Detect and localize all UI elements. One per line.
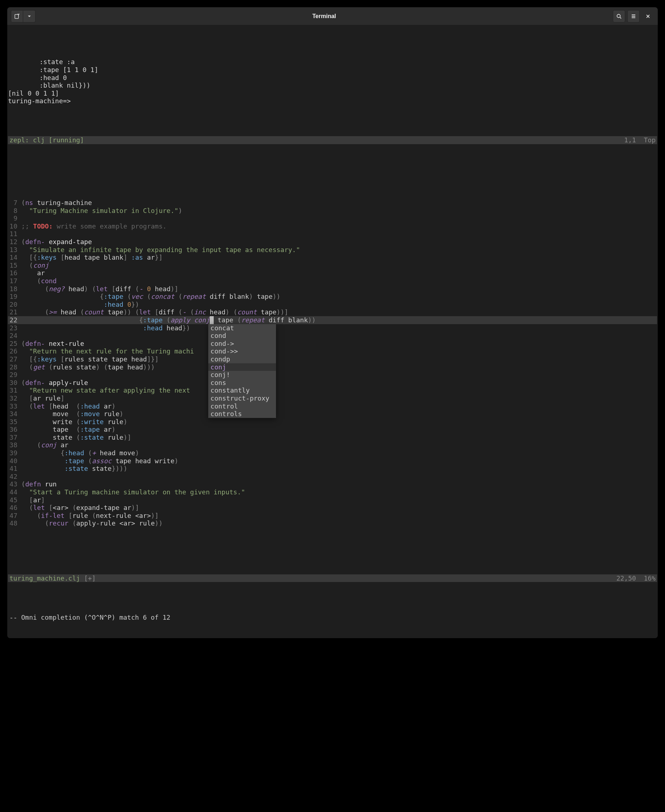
- code-line[interactable]: 14 [{:keys [head tape blank] :as ar}]: [8, 254, 657, 262]
- code-line[interactable]: 29: [8, 371, 657, 379]
- repl-statusbar: zepl: clj [running] 1,1 Top: [8, 136, 657, 144]
- code-line[interactable]: 16 ar: [8, 269, 657, 277]
- completion-item[interactable]: controls: [208, 410, 276, 418]
- completion-item[interactable]: construct-proxy: [208, 395, 276, 403]
- code-line[interactable]: 39 {:head (+ head move): [8, 449, 657, 457]
- code-line[interactable]: 31 "Return new state after applying the …: [8, 386, 657, 395]
- code-line[interactable]: 37 state (:state rule)]: [8, 434, 657, 442]
- code-line[interactable]: 27 [{:keys [rules state tape head]}]: [8, 355, 657, 363]
- code-text: [{:keys [head tape blank] :as ar}]: [21, 254, 163, 262]
- new-tab-icon: [14, 13, 20, 19]
- line-number: 13: [8, 246, 21, 254]
- code-line[interactable]: 40 :tape (assoc tape head write): [8, 457, 657, 465]
- code-line[interactable]: 20 :head 0}): [8, 301, 657, 309]
- code-line[interactable]: 11: [8, 230, 657, 238]
- code-line[interactable]: 7(ns turing-machine: [8, 199, 657, 207]
- code-line[interactable]: 33 (let [head (:head ar): [8, 403, 657, 410]
- window-title: Terminal: [36, 13, 613, 20]
- repl-status-text: zepl: clj [running]: [10, 136, 84, 144]
- tab-dropdown-button[interactable]: [23, 10, 36, 23]
- line-number: 35: [8, 418, 21, 426]
- new-tab-button[interactable]: [11, 10, 23, 23]
- code-line[interactable]: 25(defn- next-rule: [8, 340, 657, 348]
- code-line[interactable]: 30(defn- apply-rule: [8, 379, 657, 387]
- code-text: :state state}))): [21, 465, 128, 473]
- code-line[interactable]: 36 tape (:tape ar): [8, 426, 657, 434]
- code-line[interactable]: 41 :state state}))): [8, 465, 657, 473]
- code-line[interactable]: 24: [8, 332, 657, 340]
- code-line[interactable]: 18 (neg? head) (let [diff (- 0 head)]: [8, 285, 657, 293]
- svg-rect-0: [15, 15, 18, 18]
- code-text: (let [<ar> (expand-tape ar)]: [21, 504, 139, 512]
- code-text: (defn run: [21, 480, 57, 488]
- code-line[interactable]: 32 [ar rule]: [8, 395, 657, 403]
- line-number: 43: [8, 480, 21, 488]
- line-number: 48: [8, 519, 21, 527]
- completion-item[interactable]: control: [208, 403, 276, 410]
- editor-scroll-pct: 16%: [644, 575, 655, 582]
- line-number: 47: [8, 512, 21, 520]
- completion-item[interactable]: cond->>: [208, 347, 276, 355]
- line-number: 46: [8, 504, 21, 512]
- code-line[interactable]: 19 {:tape (vec (concat (repeat diff blan…: [8, 293, 657, 301]
- search-icon: [616, 13, 622, 19]
- code-text: (>= head (count tape)) (let [diff (- (in…: [21, 308, 288, 316]
- close-button[interactable]: [642, 10, 654, 23]
- code-text: write (:write rule): [21, 418, 128, 426]
- code-line[interactable]: 15 (conj: [8, 262, 657, 270]
- code-line[interactable]: 26 "Return the next rule for the Turing …: [8, 347, 657, 355]
- completion-item[interactable]: cons: [208, 379, 276, 387]
- line-number: 29: [8, 371, 21, 379]
- repl-output: :state :a :tape [1 1 0 1] :head 0 :blank…: [8, 58, 657, 105]
- code-line[interactable]: 21 (>= head (count tape)) (let [diff (- …: [8, 308, 657, 316]
- code-line[interactable]: 8 "Turing Machine simulator in Clojure."…: [8, 207, 657, 215]
- code-line[interactable]: 35 write (:write rule): [8, 418, 657, 426]
- code-text: {:head (+ head move): [21, 449, 139, 457]
- completion-item[interactable]: cond->: [208, 340, 276, 348]
- code-line[interactable]: 44 "Start a Turing machine simulator on …: [8, 488, 657, 496]
- code-line[interactable]: 43(defn run: [8, 480, 657, 488]
- code-line[interactable]: 23 :head head}): [8, 324, 657, 332]
- code-line[interactable]: 17 (cond: [8, 277, 657, 285]
- completion-item[interactable]: conj: [208, 363, 276, 371]
- code-line[interactable]: 45 [ar]: [8, 496, 657, 504]
- line-number: 19: [8, 293, 21, 301]
- code-line[interactable]: 47 (if-let [rule (next-rule <ar>)]: [8, 512, 657, 520]
- code-line[interactable]: 42: [8, 473, 657, 481]
- completion-item[interactable]: concat: [208, 324, 276, 332]
- titlebar-right: [613, 10, 654, 23]
- terminal-viewport[interactable]: :state :a :tape [1 1 0 1] :head 0 :blank…: [7, 25, 658, 638]
- line-number: 25: [8, 340, 21, 348]
- line-number: 37: [8, 434, 21, 442]
- code-line[interactable]: 22 {:tape (apply conj tape (repeat diff …: [8, 316, 657, 324]
- search-button[interactable]: [613, 10, 625, 23]
- code-text: "Return new state after applying the nex…: [21, 386, 194, 395]
- code-line[interactable]: 28 (get (rules state) (tape head))): [8, 363, 657, 371]
- code-line[interactable]: 38 (conj ar: [8, 441, 657, 449]
- line-number: 40: [8, 457, 21, 465]
- code-line[interactable]: 13 "Simulate an infinite tape by expandi…: [8, 246, 657, 254]
- line-number: 7: [8, 199, 21, 207]
- code-line[interactable]: 9: [8, 214, 657, 223]
- code-text: :head 0}): [21, 301, 139, 309]
- code-line[interactable]: 10;; TODO: write some example programs.: [8, 223, 657, 230]
- completion-item[interactable]: cond: [208, 332, 276, 340]
- completion-item[interactable]: condp: [208, 355, 276, 363]
- editor-pane[interactable]: 7(ns turing-machine8 "Turing Machine sim…: [8, 175, 657, 543]
- line-number: 22: [8, 316, 21, 324]
- code-line[interactable]: 12(defn- expand-tape: [8, 238, 657, 246]
- code-text: (defn- next-rule: [21, 340, 84, 348]
- completion-item[interactable]: conj!: [208, 371, 276, 379]
- svg-line-4: [620, 17, 621, 18]
- menu-button[interactable]: [627, 10, 640, 23]
- code-text: [ar]: [21, 496, 45, 504]
- code-line[interactable]: 48 (recur (apply-rule <ar> rule)): [8, 519, 657, 527]
- completion-popup[interactable]: concat cond cond-> cond->> condp conj co…: [208, 324, 276, 418]
- completion-item[interactable]: constantly: [208, 386, 276, 395]
- svg-point-3: [617, 14, 621, 17]
- code-line[interactable]: 34 move (:move rule): [8, 410, 657, 418]
- code-text: (defn- expand-tape: [21, 238, 92, 246]
- line-number: 44: [8, 488, 21, 496]
- code-line[interactable]: 46 (let [<ar> (expand-tape ar)]: [8, 504, 657, 512]
- hamburger-icon: [631, 13, 636, 19]
